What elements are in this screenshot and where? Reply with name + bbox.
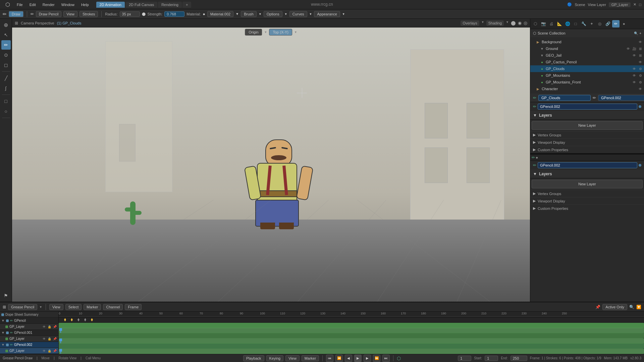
view-btn[interactable]: View bbox=[63, 11, 77, 17]
tl-pin-3[interactable]: 📌 bbox=[52, 349, 57, 353]
marker-label[interactable]: Marker bbox=[302, 355, 319, 361]
step-back-btn[interactable]: ◀ bbox=[345, 355, 352, 362]
curves-button[interactable]: Curves bbox=[289, 11, 307, 17]
visibility-icon-bg[interactable]: 👁 bbox=[638, 40, 643, 44]
tl-label-gp-layer1[interactable]: GP_Layer 👁 🔒 📌 bbox=[0, 324, 58, 330]
scene-name[interactable]: Scene bbox=[575, 3, 585, 7]
tl-lock-1[interactable]: 🔒 bbox=[47, 324, 52, 329]
tl-label-gp1[interactable]: ▼ ✏ GPencil bbox=[0, 318, 58, 324]
brush-button[interactable]: Brush bbox=[241, 11, 257, 17]
view-label[interactable]: View bbox=[285, 355, 300, 361]
layers-header-1[interactable]: ▼ Layers bbox=[530, 111, 644, 120]
collection-ground[interactable]: ▼ Ground 👁 🎥 ⊞ bbox=[530, 45, 644, 52]
tl-lock-3[interactable]: 🔒 bbox=[47, 349, 52, 353]
tab-add[interactable]: + bbox=[182, 2, 191, 8]
radius-input[interactable] bbox=[120, 11, 140, 17]
left-circle-tool[interactable]: ○ bbox=[1, 107, 11, 116]
tl-mode-btn[interactable]: Grease Pencil bbox=[8, 304, 37, 310]
material-selector[interactable]: Material.002 bbox=[207, 11, 234, 17]
vis-icon-ground[interactable]: 👁 bbox=[626, 46, 631, 51]
tl-filter-icon[interactable]: 🔽 bbox=[636, 305, 641, 309]
viewport-menu-icon[interactable]: ⊞ bbox=[15, 21, 18, 25]
collection-geo-jail[interactable]: ▼ GEO_Jail 👁 ⊞ bbox=[530, 52, 644, 59]
keying-label[interactable]: Keying bbox=[266, 355, 284, 361]
menu-file[interactable]: File bbox=[14, 2, 25, 7]
origin-btn[interactable]: Origin bbox=[245, 29, 262, 36]
tab-rendering[interactable]: Rendering bbox=[158, 2, 182, 8]
prop-icon-viewlayer[interactable]: 📐 bbox=[556, 20, 563, 27]
radius-expand-icon[interactable]: ⬤ bbox=[142, 12, 146, 16]
cam-icon-ground[interactable]: 🎥 bbox=[632, 46, 637, 51]
collection-gp-mountains[interactable]: ● GP_Mountains 👁 ⚙ bbox=[530, 72, 644, 79]
view-top-btn[interactable]: Top (X-Y) bbox=[269, 29, 292, 36]
left-line-tool[interactable]: ╱ bbox=[1, 73, 11, 83]
tl-label-gp2[interactable]: ▼ ✏ GPencil.001 bbox=[0, 330, 58, 336]
tl-label-gp-layer3[interactable]: GP_Layer 👁 🔒 📌 bbox=[0, 348, 58, 354]
play-btn[interactable]: ▶ bbox=[354, 355, 362, 362]
vis-icon-character[interactable]: 👁 bbox=[638, 86, 643, 91]
tl-active-only-btn[interactable]: Active Only bbox=[602, 304, 627, 310]
left-curve-tool[interactable]: ∫ bbox=[1, 83, 11, 93]
prop-icon-world[interactable]: 🌐 bbox=[564, 20, 571, 27]
tl-search-icon[interactable]: 🔍 bbox=[629, 305, 634, 309]
custom-properties-1[interactable]: ▶ Custom Properties bbox=[530, 146, 644, 153]
vis-icon-cactus[interactable]: 👁 bbox=[638, 60, 643, 64]
tl-select-btn[interactable]: Select bbox=[65, 304, 82, 310]
collection-gp-mountains-front[interactable]: ● GP_Mountains_Front 👁 ⚙ bbox=[530, 79, 644, 85]
strokes-btn[interactable]: Strokes bbox=[79, 11, 98, 17]
menu-render[interactable]: Render bbox=[40, 2, 57, 7]
left-cursor-tool[interactable]: ⊕ bbox=[1, 20, 11, 29]
viewport-canvas[interactable]: Origin ▼ Top (X-Y) ▼ bbox=[12, 27, 530, 302]
material-shading-icon[interactable]: ◉ bbox=[518, 20, 522, 26]
tl-view-btn[interactable]: View bbox=[49, 304, 63, 310]
gp-data-name-input-2[interactable] bbox=[538, 162, 637, 168]
start-frame-input[interactable] bbox=[485, 356, 498, 361]
new-layer-btn-2[interactable]: New Layer bbox=[532, 180, 643, 188]
next-keyframe-btn[interactable]: ⏩ bbox=[373, 355, 380, 362]
sel-icon-ground[interactable]: ⊞ bbox=[638, 46, 643, 51]
rendered-shading-icon[interactable]: ◎ bbox=[524, 20, 527, 26]
prop-icon-physics[interactable]: ◎ bbox=[596, 20, 603, 27]
vis-icon-geo[interactable]: 👁 bbox=[632, 53, 637, 58]
tl-channel-btn[interactable]: Channel bbox=[103, 304, 123, 310]
tl-vis-1[interactable]: 👁 bbox=[42, 324, 46, 329]
playback-label[interactable]: Playback bbox=[243, 355, 264, 361]
tl-expand-gp1[interactable]: ▼ bbox=[1, 319, 5, 322]
tl-pin-1[interactable]: 📌 bbox=[52, 324, 57, 329]
collection-character[interactable]: ▶ Character 👁 bbox=[530, 85, 644, 92]
prop-icon-material[interactable]: ● bbox=[620, 20, 628, 27]
tl-pin-icon[interactable]: 📌 bbox=[595, 305, 600, 309]
link-icon-clouds[interactable]: ⚙ bbox=[638, 66, 643, 71]
vis-icon-mountains[interactable]: 👁 bbox=[632, 73, 637, 78]
material-browse-icon[interactable]: ▼ bbox=[235, 12, 239, 16]
left-fill-tool[interactable]: ⊙ bbox=[1, 50, 11, 60]
menu-blender[interactable]: ⬡ bbox=[3, 1, 13, 8]
tl-pin-2[interactable]: 📌 bbox=[52, 337, 57, 341]
layers-header-2[interactable]: ▼ Layers bbox=[530, 170, 644, 178]
collection-gp-cactus[interactable]: ● GP_Cactus_Pencil 👁 bbox=[530, 59, 644, 65]
add-collection-icon[interactable]: + bbox=[639, 32, 641, 35]
shading-btn[interactable]: Shading bbox=[486, 20, 504, 26]
overlays-btn[interactable]: Overlays bbox=[461, 20, 479, 26]
tl-marker-btn[interactable]: Marker bbox=[84, 304, 101, 310]
prop-icon-2-material[interactable]: ● bbox=[536, 155, 538, 160]
active-material-name[interactable] bbox=[598, 95, 644, 101]
step-forward-btn[interactable]: ▶ bbox=[364, 355, 371, 362]
tl-lock-2[interactable]: 🔒 bbox=[47, 337, 52, 341]
left-draw-tool[interactable]: ✏ bbox=[1, 40, 11, 50]
prop-icon-object[interactable]: □ bbox=[572, 20, 579, 27]
left-rect-tool[interactable]: □ bbox=[1, 97, 11, 106]
collection-background[interactable]: ▶ Background 👁 bbox=[530, 39, 644, 45]
view-layer-name[interactable]: GP_Layer bbox=[609, 2, 631, 7]
tab-2d-animation[interactable]: 2D Animation bbox=[96, 2, 125, 8]
tl-vis-3[interactable]: 👁 bbox=[42, 349, 46, 353]
tl-expand-gp2[interactable]: ▼ bbox=[1, 331, 5, 335]
prop-icon-2-data[interactable]: ✏ bbox=[532, 155, 535, 160]
jump-end-btn[interactable]: ⏭ bbox=[382, 355, 390, 362]
prop-icon-render[interactable]: 📷 bbox=[540, 20, 547, 27]
tl-vis-2[interactable]: 👁 bbox=[42, 337, 46, 341]
menu-window[interactable]: Window bbox=[59, 2, 77, 7]
tl-frame-btn[interactable]: Frame bbox=[125, 304, 142, 310]
prop-icon-particles[interactable]: ✦ bbox=[588, 20, 595, 27]
prop-icon-output[interactable]: 🖨 bbox=[548, 20, 555, 27]
